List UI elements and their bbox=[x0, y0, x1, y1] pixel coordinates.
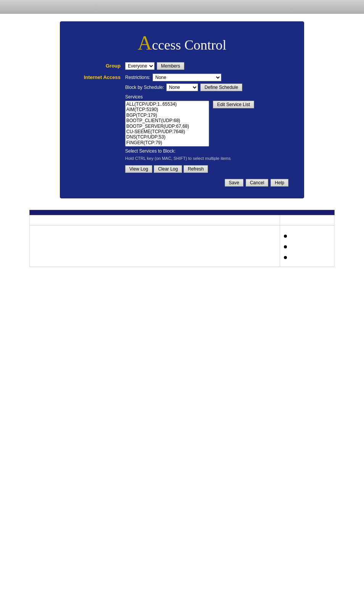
group-label: Group bbox=[76, 62, 125, 69]
select-services-hint: Hold CTRL key (on MAC, SHIFT) to select … bbox=[125, 156, 288, 161]
restrictions-dropdown[interactable]: None Block All Allow All bbox=[153, 74, 221, 81]
view-log-button[interactable]: View Log bbox=[125, 165, 152, 173]
list-item bbox=[284, 254, 330, 259]
table-section bbox=[29, 210, 335, 267]
block-schedule-label: Block by Schedule: bbox=[125, 85, 164, 90]
group-content: Everyone Group1 Group2 Members bbox=[125, 62, 288, 70]
save-button[interactable]: Save bbox=[225, 179, 243, 187]
bullet-list bbox=[284, 233, 330, 259]
title-rest: ccess Control bbox=[152, 37, 226, 53]
select-services-label: Select Services to Block: bbox=[125, 148, 288, 154]
table-cell-label bbox=[30, 215, 280, 225]
access-control-panel: Access Control Group Everyone Group1 Gro… bbox=[60, 21, 304, 198]
bullet-icon bbox=[284, 235, 287, 238]
table-row bbox=[30, 215, 335, 225]
table-cell-label bbox=[30, 225, 280, 267]
title-big-a: A bbox=[138, 32, 152, 54]
members-button[interactable]: Members bbox=[157, 62, 184, 70]
table-header bbox=[30, 210, 335, 215]
internet-access-label: Internet Access bbox=[76, 74, 125, 80]
main-content: Access Control Group Everyone Group1 Gro… bbox=[0, 14, 364, 275]
list-item bbox=[284, 244, 330, 248]
refresh-button[interactable]: Refresh bbox=[184, 165, 208, 173]
table-cell-content bbox=[280, 225, 334, 267]
restrictions-label: Restrictions: bbox=[125, 75, 150, 80]
internet-access-row: Internet Access Restrictions: None Block… bbox=[76, 74, 288, 173]
group-row: Group Everyone Group1 Group2 Members bbox=[76, 62, 288, 70]
info-table bbox=[29, 210, 335, 267]
help-button[interactable]: Help bbox=[271, 179, 288, 187]
services-section: ALL(TCP/UDP:1..65534) AIM(TCP:5190) BGP(… bbox=[125, 101, 288, 147]
edit-service-list-button[interactable]: Edit Service List bbox=[213, 101, 254, 108]
bullet-icon bbox=[284, 245, 287, 248]
panel-title: Access Control bbox=[76, 33, 288, 53]
action-buttons: Save Cancel Help bbox=[76, 179, 288, 187]
block-schedule-dropdown[interactable]: None Schedule1 bbox=[166, 84, 198, 91]
define-schedule-button[interactable]: Define Schedule bbox=[200, 84, 242, 91]
clear-log-button[interactable]: Clear Log bbox=[154, 165, 182, 173]
top-bar bbox=[0, 0, 364, 14]
bullet-icon bbox=[284, 256, 287, 259]
log-buttons: View Log Clear Log Refresh bbox=[125, 165, 288, 173]
internet-access-content: Restrictions: None Block All Allow All B… bbox=[125, 74, 288, 173]
services-section-label: Services bbox=[125, 94, 288, 100]
cancel-button[interactable]: Cancel bbox=[246, 179, 268, 187]
list-item bbox=[284, 233, 330, 238]
services-list[interactable]: ALL(TCP/UDP:1..65534) AIM(TCP:5190) BGP(… bbox=[125, 101, 209, 147]
table-cell-content bbox=[280, 215, 334, 225]
group-dropdown[interactable]: Everyone Group1 Group2 bbox=[125, 62, 155, 70]
table-row bbox=[30, 225, 335, 267]
